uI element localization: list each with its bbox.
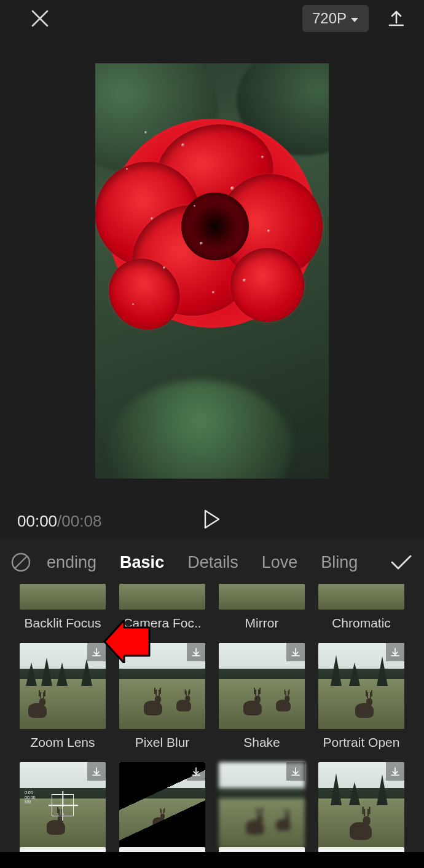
time-current: 00:00 (17, 512, 57, 531)
time-total: 00:08 (61, 512, 101, 531)
effect-pixel-blur[interactable]: Pixel Blur (119, 643, 205, 759)
download-badge (187, 762, 205, 781)
effects-panel: ending Basic Details Love Bling Backlit … (0, 538, 424, 868)
download-icon (191, 647, 201, 657)
effects-grid: Backlit Focus Camera Foc.. Mirror Chroma… (0, 584, 424, 868)
play-icon (203, 509, 221, 529)
download-badge (386, 643, 404, 661)
tab-basic[interactable]: Basic (109, 551, 175, 575)
download-badge (187, 643, 205, 661)
download-badge (386, 762, 404, 781)
tab-love[interactable]: Love (251, 551, 309, 575)
download-icon (390, 766, 400, 776)
effect-zoom-lens[interactable]: Zoom Lens (20, 643, 106, 759)
play-button[interactable] (203, 509, 221, 533)
download-badge (87, 643, 106, 661)
preview-content (108, 119, 316, 328)
effects-row-peek (20, 847, 404, 852)
effect-label: Mirror (245, 616, 279, 631)
download-icon (191, 766, 201, 776)
download-icon (390, 647, 400, 657)
effect-camera-focus[interactable]: Camera Foc.. (119, 584, 205, 639)
tab-ending[interactable]: ending (36, 551, 108, 575)
confirm-button[interactable] (387, 548, 415, 576)
effect-label: Shake (243, 735, 280, 750)
none-effect-button[interactable] (9, 550, 33, 575)
close-button[interactable] (25, 3, 55, 34)
check-icon (390, 554, 412, 571)
effect-label: Backlit Focus (25, 616, 101, 631)
effect-portrait-open[interactable]: Portrait Open (318, 643, 404, 759)
download-icon (291, 647, 300, 657)
download-icon (92, 766, 101, 776)
effect-label: Chromatic (332, 616, 391, 631)
effects-row: Zoom Lens Pixel Blur Shake (20, 643, 404, 759)
download-badge (286, 643, 305, 661)
bottom-bar (0, 852, 424, 868)
effect-mirror[interactable]: Mirror (219, 584, 305, 639)
resolution-label: 720P (312, 10, 347, 27)
effect-label: Pixel Blur (135, 735, 190, 750)
effect-label: Camera Foc.. (123, 616, 201, 631)
time-separator: / (57, 512, 61, 531)
export-button[interactable] (381, 3, 412, 34)
effect-backlit-focus[interactable]: Backlit Focus (20, 584, 106, 639)
effect-label: Zoom Lens (30, 735, 95, 750)
download-icon (92, 647, 101, 657)
effect-chromatic[interactable]: Chromatic (318, 584, 404, 639)
tab-details[interactable]: Details (176, 551, 249, 575)
tab-row: ending Basic Details Love Bling (0, 538, 424, 584)
top-bar: 720P (0, 0, 424, 37)
download-badge (87, 762, 106, 781)
resolution-button[interactable]: 720P (302, 5, 369, 32)
export-icon (387, 9, 406, 28)
none-icon (10, 552, 31, 573)
effect-label: Portrait Open (323, 735, 400, 750)
effect-shake[interactable]: Shake (219, 643, 305, 759)
preview-area (0, 37, 424, 504)
effects-row: Backlit Focus Camera Foc.. Mirror Chroma… (20, 584, 404, 639)
tab-bling[interactable]: Bling (310, 551, 369, 575)
playback-row: 00:00 / 00:08 (0, 504, 424, 538)
close-icon (31, 9, 49, 28)
video-preview[interactable] (95, 63, 329, 479)
caret-down-icon (350, 10, 359, 27)
svg-line-1 (15, 556, 27, 568)
